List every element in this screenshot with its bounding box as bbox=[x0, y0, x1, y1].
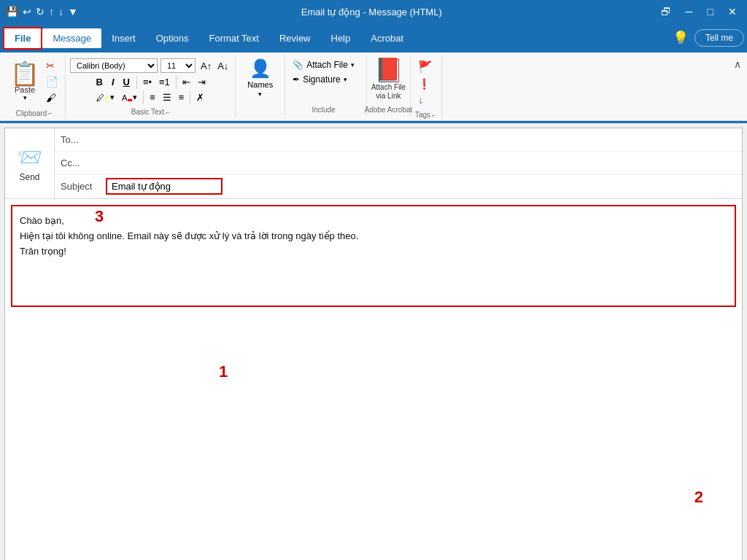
close-btn[interactable]: ✕ bbox=[724, 4, 741, 19]
acrobat-icon: 📕 bbox=[374, 58, 403, 82]
signature-button[interactable]: ✒ Signature ▾ bbox=[290, 73, 357, 86]
italic-button[interactable]: I bbox=[108, 75, 118, 89]
menu-bar: File Message Insert Options Format Text … bbox=[0, 23, 747, 52]
tags-group: 🚩 ❗ ↓ Tags ⌐ bbox=[411, 55, 442, 120]
align-left-button[interactable]: ≡ bbox=[147, 90, 158, 104]
flag-button[interactable]: 🚩 bbox=[415, 58, 436, 75]
acrobat-label: Attach Filevia Link bbox=[371, 83, 406, 101]
font-size-select[interactable]: 11 bbox=[160, 58, 196, 73]
cc-input[interactable] bbox=[106, 155, 742, 171]
importance-high-button[interactable]: ❗ bbox=[415, 77, 436, 91]
acrobat-button[interactable]: 📕 Attach Filevia Link bbox=[371, 58, 406, 101]
title-bar: 💾 ↩ ↻ ↑ ↓ ▼ Email tự động - Message (HTM… bbox=[0, 0, 747, 23]
title-bar-right-controls: 🗗 ─ □ ✕ bbox=[657, 4, 741, 19]
align-right-button[interactable]: ≡ bbox=[176, 90, 187, 104]
header-fields: 📨 Send To... Cc... Subject bbox=[5, 128, 742, 199]
clear-format-button[interactable]: ✗ bbox=[193, 90, 207, 104]
attach-file-button[interactable]: 📎 Attach File ▾ bbox=[290, 58, 357, 71]
menu-file[interactable]: File bbox=[3, 27, 42, 50]
names-group: 👤 Names ▾ bbox=[236, 55, 285, 115]
include-group: 📎 Attach File ▾ ✒ Signature ▾ Include bbox=[285, 55, 367, 115]
include-buttons: 📎 Attach File ▾ ✒ Signature ▾ bbox=[290, 55, 357, 86]
lightbulb-icon: 💡 bbox=[673, 30, 689, 46]
format-painter-button[interactable]: 🖌 bbox=[44, 90, 61, 105]
to-label[interactable]: To... bbox=[55, 131, 106, 148]
send-icon: 📨 bbox=[17, 145, 42, 169]
clipboard-controls: 📋 Paste ▾ ✂ 📄 🖌 bbox=[7, 55, 61, 106]
clipboard-label: Clipboard ⌐ bbox=[15, 109, 52, 117]
paste-button[interactable]: 📋 Paste ▾ bbox=[7, 61, 42, 103]
redo-icon[interactable]: ↻ bbox=[36, 6, 44, 18]
signature-dropdown[interactable]: ▾ bbox=[344, 76, 347, 83]
restore-down-btn[interactable]: 🗗 bbox=[657, 4, 676, 19]
save-icon[interactable]: 💾 bbox=[6, 6, 18, 18]
align-row: 🖊A▾ A▁▾ ≡ ☰ ≡ ✗ bbox=[93, 90, 208, 104]
align-center-button[interactable]: ☰ bbox=[160, 90, 174, 104]
up-icon[interactable]: ↑ bbox=[49, 6, 54, 18]
paste-dropdown-arrow[interactable]: ▾ bbox=[23, 94, 27, 101]
menu-acrobat[interactable]: Acrobat bbox=[360, 28, 414, 48]
importance-low-button[interactable]: ↓ bbox=[415, 93, 436, 107]
menu-options[interactable]: Options bbox=[146, 28, 199, 48]
bullet-list-button[interactable]: ≡• bbox=[140, 75, 155, 89]
subject-label: Subject bbox=[55, 178, 106, 195]
clipboard-small-buttons: ✂ 📄 🖌 bbox=[44, 58, 61, 106]
menu-review[interactable]: Review bbox=[269, 28, 321, 48]
email-body[interactable]: Chào bạn, Hiện tại tôi không online. Ema… bbox=[11, 205, 736, 307]
increase-indent-button[interactable]: ⇥ bbox=[195, 75, 209, 89]
subject-input[interactable] bbox=[106, 178, 222, 195]
cc-field-row: Cc... bbox=[55, 152, 742, 175]
basic-text-expand-icon[interactable]: ⌐ bbox=[166, 109, 169, 116]
clipboard-expand-icon[interactable]: ⌐ bbox=[48, 109, 52, 117]
body-line3: Trân trọng! bbox=[20, 244, 727, 260]
main-content: 📨 Send To... Cc... Subject bbox=[0, 123, 747, 560]
email-body-container: Chào bạn, Hiện tại tôi không online. Ema… bbox=[5, 199, 742, 313]
send-label: Send bbox=[19, 172, 39, 182]
bold-button[interactable]: B bbox=[92, 75, 106, 89]
names-group-label bbox=[259, 106, 261, 114]
underline-button[interactable]: U bbox=[120, 75, 133, 89]
maximize-btn[interactable]: □ bbox=[703, 4, 718, 19]
undo-icon[interactable]: ↩ bbox=[23, 6, 31, 18]
menu-insert[interactable]: Insert bbox=[101, 28, 146, 48]
cut-button[interactable]: ✂ bbox=[44, 58, 61, 73]
to-input[interactable] bbox=[106, 131, 742, 148]
shrink-font-button[interactable]: A↓ bbox=[215, 60, 231, 72]
menu-message[interactable]: Message bbox=[42, 28, 101, 48]
menu-help[interactable]: Help bbox=[321, 28, 361, 48]
menu-format-text[interactable]: Format Text bbox=[198, 28, 268, 48]
decrease-indent-button[interactable]: ⇤ bbox=[179, 75, 193, 89]
acrobat-group-label: Adobe Acrobat bbox=[365, 106, 413, 114]
cc-label[interactable]: Cc... bbox=[55, 155, 106, 171]
paste-icon: 📋 bbox=[10, 62, 39, 85]
down-icon[interactable]: ↓ bbox=[58, 6, 63, 18]
collapse-ribbon-button[interactable]: ∧ bbox=[734, 58, 741, 70]
collapse-ribbon-area: ∧ bbox=[731, 55, 744, 73]
acrobat-group: 📕 Attach Filevia Link Adobe Acrobat bbox=[367, 55, 411, 115]
separator-2 bbox=[176, 76, 177, 89]
attach-file-icon: 📎 bbox=[293, 60, 303, 70]
font-size-buttons: A↑ A↓ bbox=[198, 60, 231, 72]
body-line1: Chào bạn, bbox=[20, 214, 727, 229]
tags-label: Tags ⌐ bbox=[415, 111, 436, 119]
title-bar-left-controls: 💾 ↩ ↻ ↑ ↓ ▼ bbox=[6, 6, 78, 18]
names-button[interactable]: 👤 Names ▾ bbox=[240, 55, 280, 101]
separator-1 bbox=[136, 76, 137, 89]
numbered-list-button[interactable]: ≡1 bbox=[156, 75, 173, 89]
grow-font-button[interactable]: A↑ bbox=[198, 60, 214, 72]
font-color-button[interactable]: A▁▾ bbox=[119, 91, 140, 104]
font-family-select[interactable]: Calibri (Body) bbox=[70, 58, 158, 73]
signature-icon: ✒ bbox=[293, 74, 300, 85]
names-dropdown-arrow[interactable]: ▾ bbox=[258, 90, 262, 98]
copy-button[interactable]: 📄 bbox=[44, 74, 61, 89]
minimize-btn[interactable]: ─ bbox=[681, 4, 697, 19]
highlight-color-button[interactable]: 🖊A▾ bbox=[93, 91, 117, 104]
send-button[interactable]: 📨 Send bbox=[5, 128, 55, 198]
compose-area: 📨 Send To... Cc... Subject bbox=[4, 128, 743, 560]
more-icon[interactable]: ▼ bbox=[68, 6, 78, 18]
tell-me-box[interactable]: Tell me bbox=[694, 29, 744, 47]
attach-file-dropdown[interactable]: ▾ bbox=[351, 61, 355, 69]
tags-expand-icon[interactable]: ⌐ bbox=[432, 112, 436, 119]
format-row: B I U ≡• ≡1 ⇤ ⇥ bbox=[92, 75, 208, 89]
tags-buttons: 🚩 ❗ ↓ bbox=[415, 55, 436, 107]
